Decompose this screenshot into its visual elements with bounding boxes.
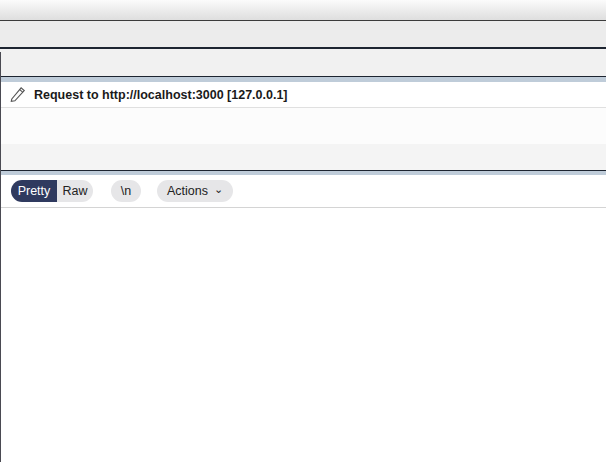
actions-dropdown-button[interactable]: Actions ⌄: [157, 180, 233, 202]
actions-label: Actions: [167, 184, 208, 198]
menu-bar: [0, 0, 606, 21]
raw-toggle-button[interactable]: Raw: [57, 180, 93, 202]
edit-pencil-icon: [9, 87, 27, 103]
proxy-panel: Request to http://localhost:3000 [127.0.…: [0, 52, 606, 462]
pretty-toggle-button[interactable]: Pretty: [11, 180, 57, 202]
message-view-bar: Pretty Raw \n Actions ⌄: [1, 175, 606, 208]
chevron-down-icon: ⌄: [214, 185, 223, 193]
main-tab-bar: [0, 21, 606, 49]
burp-suite-window: Request to http://localhost:3000 [127.0.…: [0, 0, 606, 462]
request-target-label: Request to http://localhost:3000 [127.0.…: [34, 88, 288, 102]
message-editor-tab-bar: [1, 144, 606, 170]
request-editor[interactable]: [1, 208, 606, 462]
newline-toggle-button[interactable]: \n: [111, 180, 141, 202]
request-info-bar: Request to http://localhost:3000 [127.0.…: [1, 82, 606, 108]
intercept-action-buttons: [1, 108, 606, 144]
proxy-tab-bar: [1, 52, 606, 76]
